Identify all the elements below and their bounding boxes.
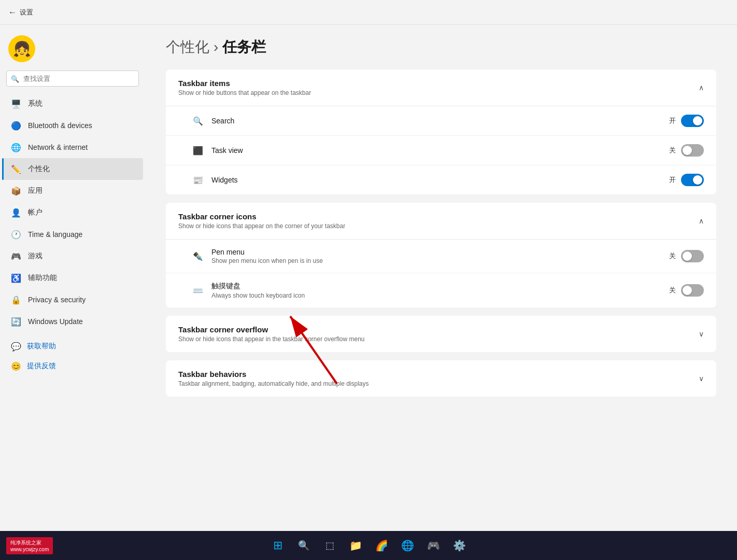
sidebar-item-apps[interactable]: 📦 应用 xyxy=(2,180,143,202)
sidebar-item-network[interactable]: 🌐 Network & internet xyxy=(2,136,143,158)
search-box: 🔍 xyxy=(6,71,139,87)
sidebar-item-system[interactable]: 🖥️ 系统 xyxy=(2,93,143,115)
search-taskbar-button[interactable]: 🔍 xyxy=(293,535,314,556)
setting-row-task_view: ⬛ Task view 关 xyxy=(166,136,716,165)
main-layout: 👧 🔍 🖥️ 系统 🔵 Bluetooth & devices 🌐 Networ… xyxy=(0,25,737,531)
section-desc-taskbar_corner_overflow: Show or hide icons that appear in the ta… xyxy=(178,335,365,343)
sidebar-item-bluetooth[interactable]: 🔵 Bluetooth & devices xyxy=(2,115,143,136)
get_help-label: 获取帮助 xyxy=(27,342,56,351)
sidebar-link-feedback[interactable]: 😊 提供反馈 xyxy=(2,356,143,376)
touch_keyboard-label: 触摸键盘 xyxy=(211,282,305,291)
accounts-icon: 👤 xyxy=(10,207,22,218)
task_view-label: Task view xyxy=(211,146,243,155)
section-header-taskbar_items[interactable]: Taskbar items Show or hide buttons that … xyxy=(166,69,716,106)
touch_keyboard-sublabel: Always show touch keyboard icon xyxy=(211,292,305,299)
section-info-taskbar_behaviors: Taskbar behaviors Taskbar alignment, bad… xyxy=(178,370,369,387)
search-input[interactable] xyxy=(6,71,139,87)
chrome-taskbar[interactable]: 🌐 xyxy=(397,535,418,556)
windows_update-icon: 🔄 xyxy=(10,316,22,327)
widgets-toggle-knob xyxy=(693,175,702,185)
taskbar: ⊞ 🔍 ⬚ 📁 🌈 🌐 🎮 ⚙️ 纯净系统之家www.ycwjzy.com xyxy=(0,531,737,560)
setting-left-search: 🔍 Search xyxy=(192,115,234,127)
touch_keyboard-toggle[interactable] xyxy=(681,284,704,297)
section-desc-taskbar_behaviors: Taskbar alignment, badging, automaticall… xyxy=(178,380,369,387)
setting-row-search: 🔍 Search 开 xyxy=(166,106,716,136)
apps-label: 应用 xyxy=(28,186,42,195)
sidebar-item-personalization[interactable]: ✏️ 个性化 xyxy=(2,158,143,180)
gaming-label: 游戏 xyxy=(28,251,42,261)
setting-right-search: 开 xyxy=(669,115,704,127)
setting-right-touch_keyboard: 关 xyxy=(669,284,704,297)
search-status: 开 xyxy=(669,116,676,125)
task_view-icon: ⬛ xyxy=(192,144,204,157)
section-taskbar_behaviors: Taskbar behaviors Taskbar alignment, bad… xyxy=(166,360,716,397)
section-header-taskbar_corner_icons[interactable]: Taskbar corner icons Show or hide icons … xyxy=(166,203,716,240)
breadcrumb-separator: › xyxy=(214,39,218,55)
sidebar-item-time[interactable]: 🕐 Time & language xyxy=(2,223,143,245)
chevron-up-icon: ∧ xyxy=(699,83,704,92)
chevron-up-icon: ∧ xyxy=(699,217,704,225)
file-explorer-taskbar[interactable]: 📁 xyxy=(345,535,366,556)
app2-taskbar[interactable]: 🎮 xyxy=(423,535,444,556)
sidebar-link-get_help[interactable]: 💬 获取帮助 xyxy=(2,337,143,356)
page-title: 个性化 › 任务栏 xyxy=(166,37,716,57)
bottom-links: 💬 获取帮助 😊 提供反馈 xyxy=(0,337,145,376)
accessibility-label: 辅助功能 xyxy=(28,273,57,283)
task-view-taskbar-button[interactable]: ⬚ xyxy=(319,535,340,556)
section-taskbar_corner_icons: Taskbar corner icons Show or hide icons … xyxy=(166,203,716,307)
gaming-icon: 🎮 xyxy=(10,250,22,262)
setting-left-widgets: 📰 Widgets xyxy=(192,174,238,186)
back-button[interactable]: ← 设置 xyxy=(8,8,33,17)
get_help-icon: 💬 xyxy=(10,341,22,352)
privacy-label: Privacy & security xyxy=(28,296,86,304)
user-profile: 👧 xyxy=(0,31,145,71)
section-taskbar_corner_overflow: Taskbar corner overflow Show or hide ico… xyxy=(166,316,716,352)
accessibility-icon: ♿ xyxy=(10,272,22,284)
widgets-status: 开 xyxy=(669,175,676,185)
widgets-toggle[interactable] xyxy=(681,174,704,186)
sidebar-item-gaming[interactable]: 🎮 游戏 xyxy=(2,245,143,267)
settings-taskbar[interactable]: ⚙️ xyxy=(449,535,470,556)
task_view-status: 关 xyxy=(669,146,676,155)
privacy-icon: 🔒 xyxy=(10,294,22,305)
section-title-taskbar_items: Taskbar items xyxy=(178,79,311,88)
sidebar-item-windows_update[interactable]: 🔄 Windows Update xyxy=(2,311,143,332)
start-button[interactable]: ⊞ xyxy=(267,535,288,556)
setting-right-task_view: 关 xyxy=(669,144,704,157)
personalization-label: 个性化 xyxy=(28,164,50,174)
section-info-taskbar_corner_overflow: Taskbar corner overflow Show or hide ico… xyxy=(178,325,365,343)
search-toggle[interactable] xyxy=(681,115,704,127)
app1-taskbar[interactable]: 🌈 xyxy=(371,535,392,556)
sidebar-item-accessibility[interactable]: ♿ 辅助功能 xyxy=(2,267,143,289)
search-icon: 🔍 xyxy=(11,75,19,82)
breadcrumb-current: 任务栏 xyxy=(222,37,266,57)
avatar: 👧 xyxy=(8,35,35,62)
section-desc-taskbar_items: Show or hide buttons that appear on the … xyxy=(178,89,311,96)
task_view-toggle-knob xyxy=(683,146,692,155)
sidebar: 👧 🔍 🖥️ 系统 🔵 Bluetooth & devices 🌐 Networ… xyxy=(0,25,145,531)
section-info-taskbar_items: Taskbar items Show or hide buttons that … xyxy=(178,79,311,96)
setting-right-widgets: 开 xyxy=(669,174,704,186)
section-header-taskbar_behaviors[interactable]: Taskbar behaviors Taskbar alignment, bad… xyxy=(166,360,716,397)
task_view-toggle[interactable] xyxy=(681,144,704,157)
setting-row-pen_menu: ✒️ Pen menu Show pen menu icon when pen … xyxy=(166,240,716,273)
pen_menu-label: Pen menu xyxy=(211,248,323,256)
sidebar-item-privacy[interactable]: 🔒 Privacy & security xyxy=(2,289,143,311)
network-icon: 🌐 xyxy=(10,142,22,153)
network-label: Network & internet xyxy=(28,143,88,151)
section-info-taskbar_corner_icons: Taskbar corner icons Show or hide icons … xyxy=(178,212,345,230)
pen_menu-toggle[interactable] xyxy=(681,250,704,262)
pen_menu-icon: ✒️ xyxy=(192,250,204,262)
setting-row-widgets: 📰 Widgets 开 xyxy=(166,165,716,194)
setting-right-pen_menu: 关 xyxy=(669,250,704,262)
section-header-taskbar_corner_overflow[interactable]: Taskbar corner overflow Show or hide ico… xyxy=(166,316,716,352)
setting-left-touch_keyboard: ⌨️ 触摸键盘 Always show touch keyboard icon xyxy=(192,282,305,299)
pen_menu-status: 关 xyxy=(669,251,676,261)
chevron-down-icon: ∨ xyxy=(699,330,704,338)
chevron-down-icon: ∨ xyxy=(699,374,704,383)
setting-row-touch_keyboard: ⌨️ 触摸键盘 Always show touch keyboard icon … xyxy=(166,273,716,307)
settings-label: 设置 xyxy=(20,8,33,17)
sidebar-item-accounts[interactable]: 👤 帐户 xyxy=(2,202,143,223)
search-toggle-knob xyxy=(693,116,702,125)
top-bar: ← 设置 xyxy=(0,0,737,25)
